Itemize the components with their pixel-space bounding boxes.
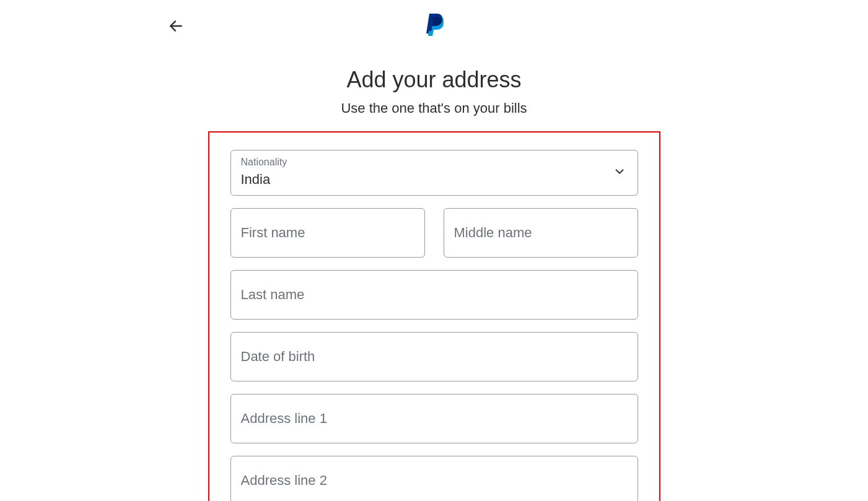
back-button[interactable]	[167, 17, 185, 35]
middle-name-input[interactable]	[444, 209, 638, 257]
paypal-logo	[0, 12, 868, 36]
page-subtitle: Use the one that's on your bills	[0, 100, 868, 116]
page-title: Add your address	[0, 67, 868, 93]
date-of-birth-input[interactable]	[231, 333, 638, 381]
address-line-1-input[interactable]	[231, 394, 638, 443]
address-line-2-input[interactable]	[231, 456, 638, 501]
first-name-input[interactable]	[231, 209, 424, 257]
nationality-value: India	[231, 150, 638, 195]
paypal-logo-icon	[424, 12, 444, 36]
nationality-label: Nationality	[241, 157, 287, 168]
last-name-input[interactable]	[231, 271, 638, 319]
address-form: Nationality India	[208, 131, 660, 501]
nationality-select[interactable]: Nationality India	[230, 150, 638, 196]
arrow-left-icon	[168, 18, 184, 34]
